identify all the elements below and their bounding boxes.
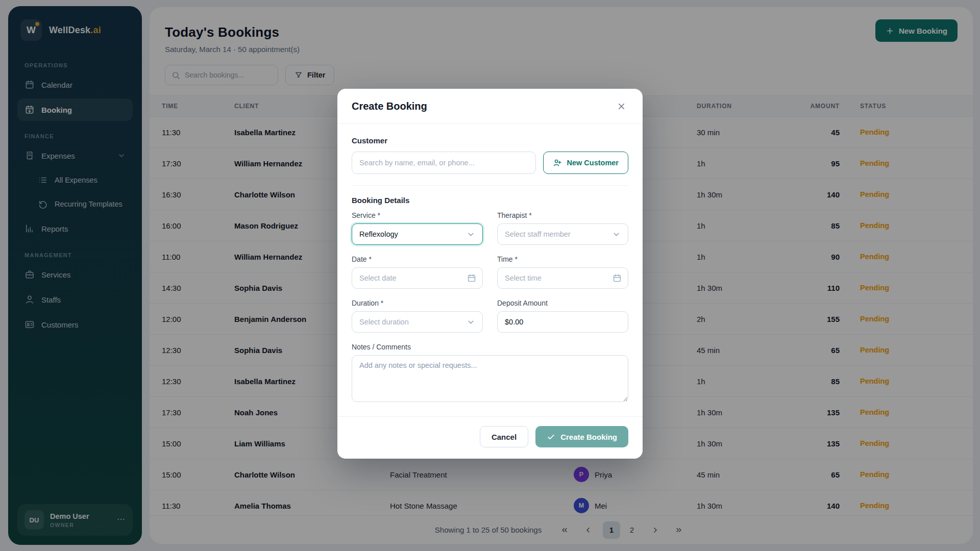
service-field: Service * Reflexology	[352, 211, 483, 245]
date-input[interactable]	[352, 267, 483, 289]
modal-footer: Cancel Create Booking	[337, 416, 643, 459]
check-icon	[547, 433, 555, 441]
service-label: Service *	[352, 211, 483, 219]
notes-label: Notes / Comments	[352, 343, 628, 351]
modal-title: Create Booking	[352, 101, 427, 112]
modal-body: Customer New Customer Booking Details Se…	[337, 124, 643, 404]
chevron-down-icon	[612, 230, 621, 239]
service-select[interactable]: Reflexology	[352, 223, 483, 245]
new-customer-label: New Customer	[567, 159, 619, 167]
deposit-input[interactable]	[497, 311, 628, 333]
therapist-placeholder: Select staff member	[505, 230, 571, 238]
therapist-select[interactable]: Select staff member	[497, 223, 628, 245]
create-booking-submit-button[interactable]: Create Booking	[535, 426, 628, 447]
service-value: Reflexology	[359, 230, 398, 238]
duration-field: Duration * Select duration	[352, 299, 483, 333]
deposit-label: Deposit Amount	[497, 299, 628, 307]
customer-search-input[interactable]	[352, 152, 536, 174]
divider	[352, 185, 628, 186]
duration-select[interactable]: Select duration	[352, 311, 483, 333]
cancel-button[interactable]: Cancel	[480, 426, 528, 447]
time-label: Time *	[497, 255, 628, 263]
date-time-row: Date * Time *	[352, 255, 628, 289]
close-icon	[617, 102, 626, 111]
time-input[interactable]	[497, 267, 628, 289]
new-customer-button[interactable]: New Customer	[543, 152, 628, 174]
chevron-down-icon	[467, 318, 475, 327]
create-booking-submit-label: Create Booking	[560, 433, 617, 441]
date-field: Date *	[352, 255, 483, 289]
booking-details-label: Booking Details	[352, 196, 628, 205]
person-plus-icon	[553, 158, 562, 167]
therapist-label: Therapist *	[497, 211, 628, 219]
customer-section-label: Customer	[352, 136, 628, 145]
create-booking-modal: Create Booking Customer New Customer Boo…	[337, 89, 643, 459]
notes-textarea[interactable]	[352, 355, 628, 402]
customer-row: New Customer	[352, 152, 628, 174]
duration-label: Duration *	[352, 299, 483, 307]
duration-placeholder: Select duration	[359, 318, 409, 326]
deposit-field: Deposit Amount	[497, 299, 628, 333]
close-button[interactable]	[614, 99, 628, 113]
app-background: W WellDesk.ai OPERATIONSCalendarBookingF…	[0, 0, 980, 551]
notes-field: Notes / Comments	[352, 343, 628, 404]
modal-header: Create Booking	[337, 89, 643, 124]
therapist-field: Therapist * Select staff member	[497, 211, 628, 245]
service-therapist-row: Service * Reflexology Therapist * Select…	[352, 211, 628, 245]
chevron-down-icon	[467, 230, 475, 239]
duration-deposit-row: Duration * Select duration Deposit Amoun…	[352, 299, 628, 333]
time-field: Time *	[497, 255, 628, 289]
date-label: Date *	[352, 255, 483, 263]
